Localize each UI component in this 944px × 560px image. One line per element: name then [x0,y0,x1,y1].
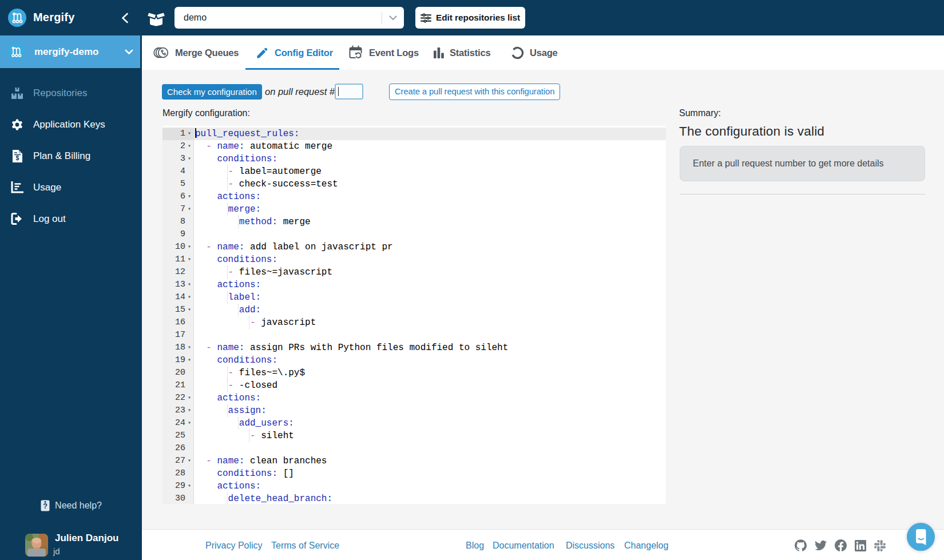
svg-text:$: $ [15,154,19,161]
svg-text:?: ? [43,502,47,510]
